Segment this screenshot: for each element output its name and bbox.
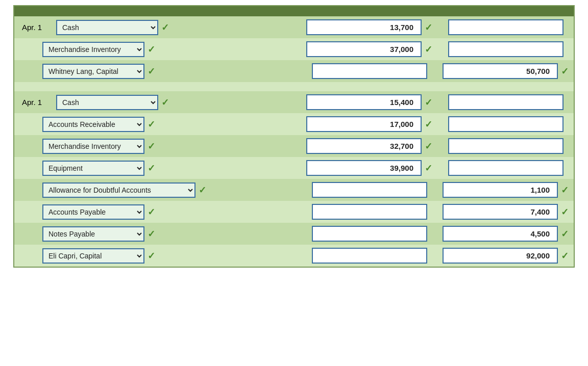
account-check-icon: ✓ (148, 206, 155, 218)
account-cell: Accounts Receivable✓ (14, 113, 301, 135)
debit-input[interactable] (306, 160, 422, 176)
account-cell: Eli Capri, Capital✓ (14, 245, 301, 267)
table-row: Accounts Payable✓✓ (14, 201, 574, 223)
credit-cell: ✓ (437, 245, 574, 267)
credit-cell: ✓ (437, 179, 574, 201)
account-cell: Apr. 1Cash✓ (14, 16, 301, 38)
credit-input[interactable] (448, 116, 564, 132)
debit-input[interactable] (306, 94, 422, 110)
credit-cell (437, 113, 574, 135)
table-row: Eli Capri, Capital✓✓ (14, 245, 574, 267)
date-label: Apr. 1 (22, 23, 50, 32)
credit-cell: ✓ (437, 223, 574, 245)
credit-input[interactable] (443, 226, 558, 242)
debit-cell: ✓ (301, 38, 437, 60)
debit-input[interactable] (312, 204, 427, 220)
account-header (14, 6, 301, 16)
debit-cell (301, 60, 437, 82)
credit-cell: ✓ (437, 60, 574, 82)
credit-input[interactable] (443, 182, 558, 198)
account-select[interactable]: Allowance for Doubtful Accounts (42, 182, 195, 198)
account-select[interactable]: Notes Payable (42, 226, 144, 242)
credit-check-icon: ✓ (561, 206, 569, 218)
credit-input[interactable] (448, 138, 564, 154)
table-row: Merchandise Inventory✓✓ (14, 38, 574, 60)
debit-cell (301, 245, 437, 267)
debit-input[interactable] (312, 182, 427, 198)
debit-cell: ✓ (301, 16, 437, 38)
table-row: Apr. 1Cash✓✓ (14, 91, 574, 113)
credit-check-icon: ✓ (561, 185, 569, 196)
debit-check-icon: ✓ (425, 97, 432, 108)
account-select[interactable]: Merchandise Inventory (42, 42, 144, 57)
credit-cell (437, 135, 574, 157)
account-select[interactable]: Accounts Payable (42, 204, 144, 220)
header-row (14, 6, 574, 16)
debit-cell: ✓ (301, 113, 437, 135)
debit-cell: ✓ (301, 91, 437, 113)
debit-cell: ✓ (301, 135, 437, 157)
debit-check-icon: ✓ (425, 141, 432, 152)
credit-cell: ✓ (437, 201, 574, 223)
credit-header (437, 6, 574, 16)
debit-input[interactable] (312, 63, 427, 79)
account-cell: Apr. 1Cash✓ (14, 91, 301, 113)
account-cell: Whitney Lang, Capital✓ (14, 60, 301, 82)
debit-check-icon: ✓ (425, 44, 432, 55)
table-row: Accounts Receivable✓✓ (14, 113, 574, 135)
credit-input[interactable] (443, 204, 558, 220)
debit-check-icon: ✓ (425, 119, 432, 130)
debit-cell (301, 179, 437, 201)
account-check-icon: ✓ (148, 44, 155, 55)
debit-input[interactable] (306, 138, 422, 154)
debit-cell: ✓ (301, 157, 437, 179)
credit-input[interactable] (443, 248, 558, 264)
credit-check-icon: ✓ (561, 228, 569, 240)
credit-input[interactable] (448, 160, 564, 176)
credit-input[interactable] (448, 94, 564, 110)
account-select[interactable]: Cash (56, 20, 158, 35)
account-check-icon: ✓ (161, 22, 169, 33)
account-select[interactable]: Whitney Lang, Capital (42, 64, 144, 79)
account-check-icon: ✓ (161, 97, 169, 108)
credit-check-icon: ✓ (561, 250, 569, 262)
account-cell: Equipment✓ (14, 157, 301, 179)
account-select[interactable]: Accounts Receivable (42, 117, 144, 132)
account-select[interactable]: Merchandise Inventory (42, 139, 144, 154)
debit-check-icon: ✓ (425, 163, 432, 174)
credit-cell (437, 91, 574, 113)
account-select[interactable]: Equipment (42, 161, 144, 176)
account-check-icon: ✓ (148, 250, 155, 262)
table-row: Whitney Lang, Capital✓✓ (14, 60, 574, 82)
credit-cell (437, 157, 574, 179)
credit-check-icon: ✓ (561, 66, 569, 77)
account-select[interactable]: Eli Capri, Capital (42, 248, 144, 264)
account-cell: Merchandise Inventory✓ (14, 135, 301, 157)
journal-table: Apr. 1Cash✓✓Merchandise Inventory✓✓Whitn… (13, 5, 575, 268)
debit-input[interactable] (312, 226, 427, 242)
spacer-row (14, 82, 574, 91)
table-row: Allowance for Doubtful Accounts✓✓ (14, 179, 574, 201)
account-cell: Accounts Payable✓ (14, 201, 301, 223)
credit-cell (437, 38, 574, 60)
debit-check-icon: ✓ (425, 22, 432, 33)
debit-input[interactable] (306, 116, 422, 132)
account-check-icon: ✓ (148, 119, 155, 130)
credit-input[interactable] (443, 63, 558, 79)
account-check-icon: ✓ (148, 163, 155, 174)
account-check-icon: ✓ (148, 141, 155, 152)
debit-cell (301, 223, 437, 245)
credit-input[interactable] (448, 41, 564, 57)
account-select[interactable]: Cash (56, 95, 158, 110)
credit-input[interactable] (448, 19, 564, 35)
debit-input[interactable] (306, 19, 422, 35)
debit-input[interactable] (306, 41, 422, 57)
account-check-icon: ✓ (148, 228, 155, 240)
debit-input[interactable] (312, 248, 427, 264)
table-row: Merchandise Inventory✓✓ (14, 135, 574, 157)
date-label: Apr. 1 (22, 98, 50, 107)
debit-header (301, 6, 437, 16)
account-check-icon: ✓ (199, 185, 206, 196)
table-row: Notes Payable✓✓ (14, 223, 574, 245)
account-cell: Allowance for Doubtful Accounts✓ (14, 179, 301, 201)
